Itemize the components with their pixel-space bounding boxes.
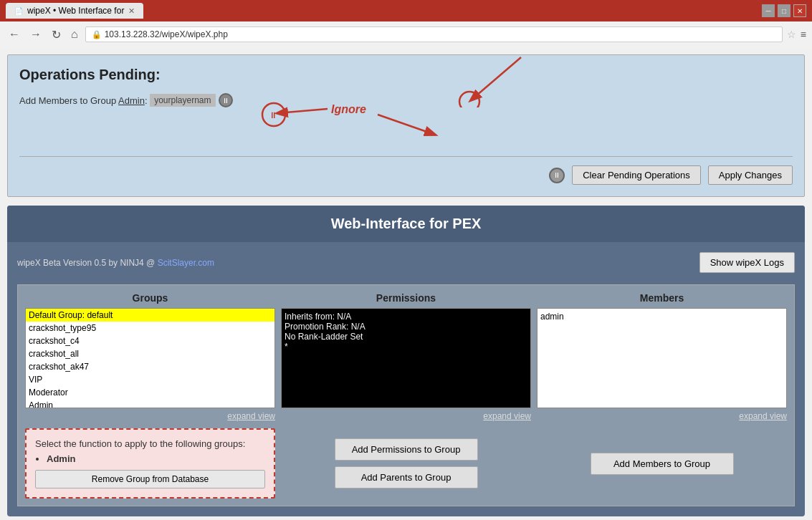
perm-item: Inherits from: N/A <box>285 312 527 322</box>
groups-col: Default Group: default crackshot_type95 … <box>25 308 275 408</box>
list-item[interactable]: VIP <box>26 373 274 386</box>
apply-changes-btn[interactable]: Apply Changes <box>708 165 793 185</box>
action-right-panel: Add Members to Group <box>537 428 787 499</box>
expand-row: expand view expand view expand view <box>25 411 787 421</box>
list-item[interactable]: crackshot_ak47 <box>26 360 274 373</box>
add-parents-btn[interactable]: Add Parents to Group <box>335 466 478 488</box>
groups-header: Groups <box>25 292 275 304</box>
page-content: Operations Pending: Add Members to Group… <box>0 47 812 520</box>
ops-pause-btn[interactable]: ⏸ <box>549 168 565 183</box>
annotation-svg2 <box>378 50 593 107</box>
permissions-box[interactable]: Inherits from: N/A Promotion Rank: N/A N… <box>281 308 531 408</box>
show-logs-btn[interactable]: Show wipeX Logs <box>699 252 795 273</box>
list-item[interactable]: Admin <box>26 399 274 408</box>
members-col: admin <box>537 308 787 408</box>
remove-group-btn[interactable]: Remove Group from Database <box>35 470 265 488</box>
columns-container: Groups Permissions Members Default Group… <box>17 284 795 506</box>
perm-item: Promotion Rank: N/A <box>285 322 527 332</box>
nav-bar: ← → ↻ ⌂ 🔒 103.13.228.32/wipeX/wipeX.php … <box>0 21 812 47</box>
ops-player-input: yourplayernam <box>150 94 215 107</box>
browser-menu-btn[interactable]: ≡ <box>801 29 806 40</box>
ignore-btn-small[interactable]: ⏸ <box>219 93 233 107</box>
bookmark-star[interactable]: ☆ <box>787 29 796 40</box>
action-center-panel: Add Permissions to Group Add Parents to … <box>281 428 531 499</box>
tab-favicon: 📄 <box>14 7 23 15</box>
annotation-area: Ignore <box>19 115 793 150</box>
action-group-item: Admin <box>47 453 265 464</box>
home-btn[interactable]: ⌂ <box>68 27 81 42</box>
clear-pending-btn[interactable]: Clear Pending Operations <box>572 165 701 185</box>
main-panel: Web-Interface for PEX wipeX Beta Version… <box>7 206 805 516</box>
svg-text:Ignore: Ignore <box>331 103 366 115</box>
main-meta: wipeX Beta Version 0.5 by NINJ4 @ ScitSl… <box>17 252 795 273</box>
members-header: Members <box>537 292 787 304</box>
remove-btn-area: Remove Group from Database <box>35 470 265 488</box>
perm-item: No Rank-Ladder Set <box>285 332 527 342</box>
ops-buttons: ⏸ Clear Pending Operations Apply Changes <box>19 163 793 185</box>
list-item[interactable]: crackshot_all <box>26 347 274 360</box>
action-left-panel: Select the function to apply to the foll… <box>25 428 275 499</box>
members-expand-link[interactable]: expand view <box>537 411 787 421</box>
svg-point-6 <box>459 92 479 107</box>
forward-btn[interactable]: → <box>27 27 44 42</box>
maximize-btn[interactable]: □ <box>778 4 790 17</box>
perm-item: * <box>285 342 527 352</box>
bottom-actions: Select the function to apply to the foll… <box>25 428 787 499</box>
permissions-col: Inherits from: N/A Promotion Rank: N/A N… <box>281 308 531 408</box>
title-bar: 📄 wipeX • Web Interface for ✕ ─ □ ✕ <box>0 0 812 21</box>
permissions-header: Permissions <box>281 292 531 304</box>
add-permissions-btn[interactable]: Add Permissions to Group <box>335 438 478 461</box>
refresh-btn[interactable]: ↻ <box>49 27 64 43</box>
action-section-title: Select the function to apply to the foll… <box>35 438 265 449</box>
main-header: Web-Interface for PEX <box>7 206 805 242</box>
svg-text:⏸: ⏸ <box>269 110 277 120</box>
meta-link[interactable]: ScitSlayer.com <box>158 258 214 268</box>
back-btn[interactable]: ← <box>6 27 23 42</box>
members-box[interactable]: admin <box>537 308 787 408</box>
close-btn[interactable]: ✕ <box>793 4 806 17</box>
ops-divider <box>19 156 793 157</box>
permissions-expand-link[interactable]: expand view <box>281 411 531 421</box>
url-text: 103.13.228.32/wipeX/wipeX.php <box>105 29 776 39</box>
add-members-btn[interactable]: Add Members to Group <box>591 453 734 475</box>
list-item[interactable]: Default Group: default <box>26 309 274 322</box>
columns-body: Default Group: default crackshot_type95 … <box>25 308 787 408</box>
ops-section: Operations Pending: Add Members to Group… <box>7 54 805 197</box>
address-bar[interactable]: 🔒 103.13.228.32/wipeX/wipeX.php <box>85 27 783 42</box>
member-item: admin <box>540 312 783 322</box>
tab-close-btn[interactable]: ✕ <box>128 6 135 16</box>
svg-line-5 <box>471 57 521 100</box>
list-item[interactable]: crackshot_type95 <box>26 322 274 334</box>
ops-pending-text: Add Members to Group Admin: <box>19 95 150 106</box>
main-body: wipeX Beta Version 0.5 by NINJ4 @ ScitSl… <box>7 242 805 516</box>
browser-tab[interactable]: 📄 wipeX • Web Interface for ✕ <box>6 3 143 19</box>
columns-header: Groups Permissions Members <box>25 292 787 304</box>
ops-wrapper: Operations Pending: Add Members to Group… <box>7 54 805 197</box>
minimize-btn[interactable]: ─ <box>762 4 775 17</box>
list-item[interactable]: crackshot_c4 <box>26 334 274 347</box>
tab-title: wipeX • Web Interface for <box>27 6 124 16</box>
groups-list[interactable]: Default Group: default crackshot_type95 … <box>25 308 275 408</box>
groups-expand-link[interactable]: expand view <box>25 411 275 421</box>
meta-text: wipeX Beta Version 0.5 by NINJ4 @ ScitSl… <box>17 258 214 268</box>
svg-line-2 <box>378 115 435 135</box>
list-item[interactable]: Moderator <box>26 386 274 399</box>
